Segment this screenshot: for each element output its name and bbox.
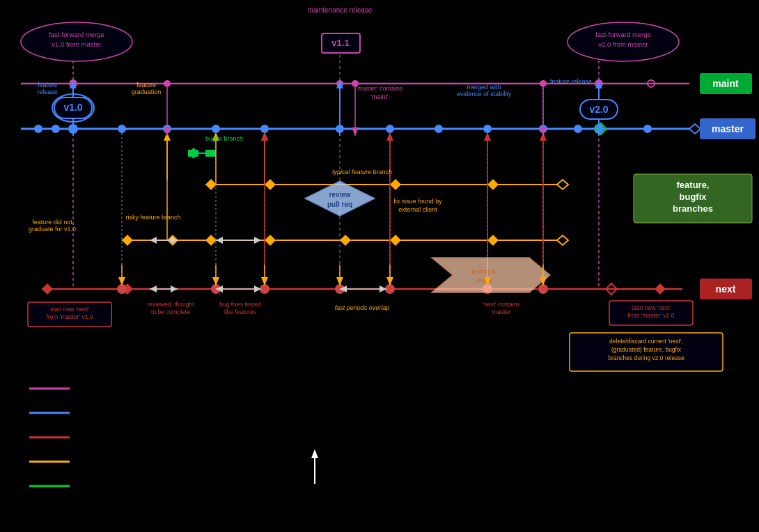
svg-text:typical feature branch: typical feature branch xyxy=(332,169,392,175)
svg-text:v1.1: v1.1 xyxy=(331,38,349,48)
svg-text:fast-forward merge: fast-forward merge xyxy=(595,31,651,38)
svg-text:maint: maint xyxy=(712,78,739,89)
svg-text:from 'master' v2.0: from 'master' v2.0 xyxy=(627,312,674,319)
svg-text:feature did not: feature did not xyxy=(32,219,72,226)
svg-text:start new 'next': start new 'next' xyxy=(632,304,671,311)
svg-text:feature,: feature, xyxy=(677,180,710,190)
svg-text:graduation: graduation xyxy=(132,88,162,95)
svg-text:risky feature branch: risky feature branch xyxy=(125,214,180,221)
svg-text:master: master xyxy=(712,123,744,134)
svg-point-12 xyxy=(52,125,60,133)
svg-text:start new 'next': start new 'next' xyxy=(50,306,90,313)
svg-text:graduate for v1.0: graduate for v1.0 xyxy=(29,226,76,233)
svg-text:pull req: pull req xyxy=(327,201,352,208)
svg-text:branches during v2.0 release: branches during v2.0 release xyxy=(608,354,684,361)
svg-text:next: next xyxy=(716,283,736,295)
svg-point-20 xyxy=(435,125,443,133)
svg-text:reviewed, thought: reviewed, thought xyxy=(147,301,194,308)
svg-text:evidence of stability: evidence of stability xyxy=(457,91,512,97)
svg-rect-0 xyxy=(0,0,759,532)
svg-text:fast periods overlap: fast periods overlap xyxy=(335,304,390,311)
svg-text:v1.0: v1.0 xyxy=(63,102,82,113)
svg-text:to be complete: to be complete xyxy=(151,308,190,315)
svg-rect-56 xyxy=(205,150,216,157)
svg-text:feature: feature xyxy=(38,81,57,88)
svg-text:v1.0 from master: v1.0 from master xyxy=(52,40,101,48)
svg-text:branches: branches xyxy=(673,203,713,214)
svg-text:merged with: merged with xyxy=(467,84,501,91)
svg-text:v2.0 from master: v2.0 from master xyxy=(598,40,648,48)
svg-text:testing &: testing & xyxy=(471,268,496,275)
svg-text:external client: external client xyxy=(398,206,437,213)
svg-point-11 xyxy=(34,125,42,133)
svg-text:bug fixes tested: bug fixes tested xyxy=(219,301,261,308)
svg-text:'next' contains: 'next' contains xyxy=(483,301,519,308)
svg-point-25 xyxy=(643,125,652,133)
svg-text:delete/discard  current 'next': delete/discard current 'next', xyxy=(609,338,683,345)
svg-text:feature: feature xyxy=(136,81,156,88)
svg-text:release: release xyxy=(37,88,58,95)
diagram: maint master feature, bugfix branches ne… xyxy=(0,0,759,532)
svg-text:maintenance release: maintenance release xyxy=(308,6,373,14)
svg-text:'master' contains: 'master' contains xyxy=(357,85,403,92)
svg-text:review: review xyxy=(329,191,350,198)
svg-text:from 'master' v1.0: from 'master' v1.0 xyxy=(46,313,93,320)
svg-text:like features: like features xyxy=(224,308,256,315)
svg-text:bugfix: bugfix xyxy=(680,191,707,202)
svg-text:'master': 'master' xyxy=(491,308,512,315)
svg-text:(graduated) feature, bugfix: (graduated) feature, bugfix xyxy=(611,346,682,353)
svg-text:'maint': 'maint' xyxy=(370,93,389,100)
svg-text:v2.0: v2.0 xyxy=(589,104,608,115)
svg-text:fast-forward merge: fast-forward merge xyxy=(49,31,104,38)
svg-point-23 xyxy=(574,125,582,133)
svg-text:bugfix branch: bugfix branch xyxy=(205,135,243,142)
svg-text:feature release: feature release xyxy=(550,78,592,85)
svg-text:fix issue found by: fix issue found by xyxy=(393,198,442,205)
